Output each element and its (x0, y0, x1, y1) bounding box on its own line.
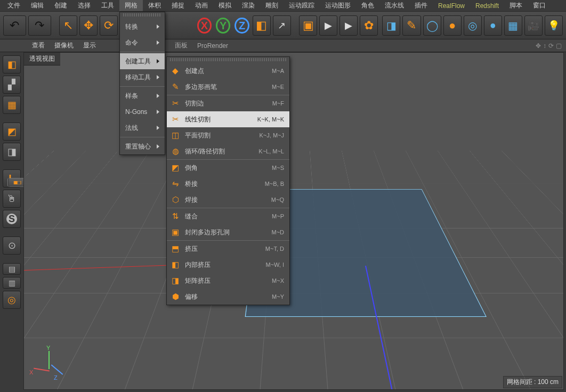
menu-grip[interactable] (123, 13, 161, 17)
prim-sphere2-button[interactable]: ● (484, 15, 502, 36)
menu-edit[interactable]: 编辑 (26, 0, 49, 11)
perspective-viewport[interactable]: 透视视图 Y X Z 网格间距 : 100 cm (23, 52, 564, 390)
mode-uv[interactable]: ▦ (3, 96, 21, 114)
light-button[interactable]: 💡 (545, 15, 563, 36)
menu-volume[interactable]: 体积 (143, 0, 166, 11)
rotate-tool-button[interactable]: ⟳ (100, 15, 118, 36)
menu-tools[interactable]: 工具 (96, 0, 119, 11)
create-tool-item[interactable]: ▣封闭多边形孔洞M~D (167, 224, 289, 240)
mesh-menu-item[interactable]: 转换 (120, 19, 165, 35)
create-tool-item[interactable]: ⇅缝合M~P (167, 208, 289, 224)
prim-pen-button[interactable]: ✎ (402, 15, 421, 36)
mesh-menu-item[interactable]: 命令 (120, 35, 165, 51)
menu-realflow[interactable]: RealFlow (433, 1, 470, 11)
create-tool-item[interactable]: ⬒挤压M~T, D (167, 241, 289, 257)
gear-icon: ✿ (364, 19, 374, 32)
clapper-icon: ▣ (303, 19, 314, 32)
mode-wp2[interactable]: ▥ (3, 277, 21, 289)
mode-model[interactable]: ◧ (3, 55, 21, 74)
menu-render[interactable]: 渲染 (237, 0, 260, 11)
mode-point[interactable]: ◩ (3, 123, 21, 141)
create-tool-item[interactable]: ◍循环/路径切割K~L, M~L (167, 143, 289, 159)
submenu-grip[interactable] (170, 58, 286, 61)
create-tool-item[interactable]: ◆创建点M~A (167, 63, 289, 79)
view-tab-camera[interactable]: 摄像机 (54, 41, 74, 50)
menu-plugins[interactable]: 插件 (409, 0, 433, 11)
render-settings-button[interactable]: ▣ (299, 15, 317, 36)
tool-item-shortcut: M~D (271, 229, 284, 235)
axis-y-toggle[interactable]: Y (216, 18, 230, 34)
view-tab-view[interactable]: 查看 (32, 41, 45, 50)
create-tool-item[interactable]: ✎多边形画笔M~E (167, 79, 289, 95)
mode-ring[interactable]: ◎ (3, 291, 21, 309)
menu-mesh[interactable]: 网格 (119, 0, 143, 11)
tool-item-label: 倒角 (185, 164, 198, 173)
mode-edge[interactable]: ◨ (3, 143, 21, 161)
nav-zoom-icon[interactable]: ↕ (543, 42, 546, 50)
checker-icon: ▞ (8, 79, 15, 91)
prim-cube-button[interactable]: ◨ (382, 15, 400, 36)
menu-snap[interactable]: 捕捉 (166, 0, 190, 11)
mesh-menu-item[interactable]: 样条 (120, 88, 165, 104)
mode-texture[interactable]: ▞ (3, 76, 21, 94)
camera-icon: 🎥 (528, 20, 539, 31)
mesh-menu-item[interactable]: 法线 (120, 120, 165, 136)
menu-window[interactable]: 窗口 (528, 0, 551, 11)
menu-sculpt[interactable]: 雕刻 (260, 0, 284, 11)
play2-icon: ▶ (345, 20, 352, 31)
blue-cube-icon: ◨ (386, 19, 397, 32)
create-tool-item[interactable]: ◧内部挤压M~W, I (167, 257, 289, 273)
menu-char[interactable]: 角色 (356, 0, 379, 11)
nav-max-icon[interactable]: ▢ (556, 42, 562, 50)
mesh-menu-item[interactable]: N-Gons (120, 104, 165, 120)
menu-file[interactable]: 文件 (2, 0, 26, 11)
create-tool-item[interactable]: ◩倒角M~S (167, 160, 289, 176)
create-tool-item[interactable]: ⇋桥接M~B, B (167, 176, 289, 192)
mode-mouse[interactable]: 🖱 (3, 190, 21, 208)
view-tab-display[interactable]: 显示 (83, 41, 96, 50)
move-tool-button[interactable]: ✥ (79, 15, 98, 36)
menu-mograph[interactable]: 运动图形 (320, 0, 356, 11)
prim-plane-button[interactable]: ▦ (504, 15, 522, 36)
axis-x-toggle[interactable]: X (197, 18, 212, 34)
create-tool-item[interactable]: ✂线性切割K~K, M~K (167, 111, 289, 127)
undo-button[interactable]: ↶ (3, 15, 26, 36)
prim-capsule-button[interactable]: ◯ (423, 15, 441, 36)
mode-snap[interactable]: S (3, 210, 21, 228)
view-tab-panel[interactable]: 面板 (175, 41, 188, 50)
menu-create[interactable]: 创建 (49, 0, 72, 11)
redo-button[interactable]: ↷ (28, 15, 51, 36)
mesh-menu-item[interactable]: 创建工具 (120, 53, 165, 69)
menu-script[interactable]: 脚本 (504, 0, 528, 11)
camera-button[interactable]: 🎥 (524, 15, 543, 36)
menu-select[interactable]: 选择 (72, 0, 96, 11)
create-tool-item[interactable]: ◨矩阵挤压M~X (167, 273, 289, 289)
coord-button[interactable]: ◧ (253, 15, 271, 36)
light-icon: 💡 (548, 20, 560, 31)
mode-wp1[interactable]: ▤ (3, 263, 21, 275)
mode-magnet[interactable]: ⊙ (3, 236, 21, 255)
menu-redshift[interactable]: Redshift (470, 1, 504, 11)
create-tool-item[interactable]: ◫平面切割K~J, M~J (167, 127, 289, 143)
create-tools-submenu: ◆创建点M~A✎多边形画笔M~E✂切割边M~F✂线性切割K~K, M~K◫平面切… (166, 56, 290, 305)
prim-sphere-button[interactable]: ● (443, 15, 462, 36)
nav-move-icon[interactable]: ✥ (536, 42, 541, 50)
mesh-menu-item[interactable]: 重置轴心 (120, 138, 165, 154)
create-tool-item[interactable]: ⬢偏移M~Y (167, 289, 289, 305)
create-tool-item[interactable]: ⬡焊接M~Q (167, 192, 289, 208)
menu-sim[interactable]: 模拟 (213, 0, 237, 11)
render-button[interactable]: ▶ (319, 15, 337, 36)
axis-arrow-button[interactable]: ↗ (273, 15, 291, 36)
render-options-button[interactable]: ✿ (360, 15, 378, 36)
view-tab-prorender[interactable]: ProRender (197, 42, 228, 50)
mesh-menu-item[interactable]: 移动工具 (120, 69, 165, 85)
create-tool-item[interactable]: ✂切割边M~F (167, 95, 289, 111)
menu-anim[interactable]: 动画 (190, 0, 213, 11)
render-region-button[interactable]: ▶ (339, 15, 358, 36)
menu-track[interactable]: 运动跟踪 (284, 0, 320, 11)
prim-torus-button[interactable]: ◎ (464, 15, 482, 36)
nav-orbit-icon[interactable]: ⟳ (548, 42, 554, 50)
select-tool-button[interactable]: ↖ (59, 15, 77, 36)
menu-pipeline[interactable]: 流水线 (379, 0, 409, 11)
axis-z-toggle[interactable]: Z (235, 18, 249, 34)
